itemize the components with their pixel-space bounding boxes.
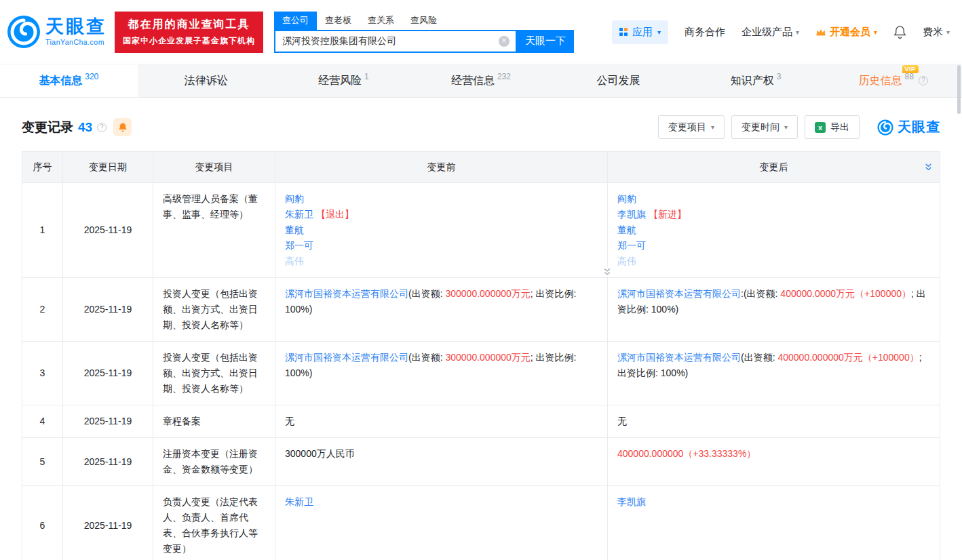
enterprise-products-label: 企业级产品: [742, 26, 792, 39]
filter-change-item-dropdown[interactable]: 变更项目 ▾: [658, 115, 725, 139]
enterprise-products-menu[interactable]: 企业级产品 ▾: [742, 26, 799, 39]
cell-line: 漯河市国裕资本运营有限公司(出资额: 300000.000000万元; 出资比例…: [285, 286, 598, 317]
change-record-table-wrap: 序号 变更日期 变更项目 变更前 变更后: [22, 151, 940, 560]
entity-link[interactable]: 朱新卫: [285, 209, 313, 220]
change-row-5: 52025-11-19注册资本变更（注册资金、资金数额等变更）300000万人民…: [22, 438, 940, 486]
main-content: 变更记录 43 ? 变更项目 ▾ 变更时间 ▾ x: [0, 98, 962, 560]
cell-text: 无: [285, 416, 294, 426]
notifications-bell-icon[interactable]: [893, 25, 906, 39]
main-tab-1[interactable]: 法律诉讼: [138, 64, 275, 97]
entity-link[interactable]: 朱新卫: [285, 496, 313, 507]
search-tabs: 查公司查老板查关系查风险: [274, 12, 574, 30]
search-button[interactable]: 天眼一下: [517, 30, 574, 53]
main-tab-label: 经营风险: [318, 74, 362, 88]
entity-link[interactable]: 漯河市国裕资本运营有限公司: [617, 352, 741, 363]
main-tab-4[interactable]: 公司发展: [550, 64, 687, 97]
main-tab-2[interactable]: 经营风险1: [275, 64, 412, 97]
scrollbar[interactable]: [957, 65, 961, 114]
filter-change-time-dropdown[interactable]: 变更时间 ▾: [731, 115, 798, 139]
search-row: × 天眼一下: [274, 30, 574, 53]
clear-search-icon[interactable]: ×: [499, 36, 509, 47]
export-button[interactable]: x 导出: [805, 115, 860, 139]
user-menu[interactable]: 费米 ▾: [923, 26, 950, 39]
tianyancha-logo[interactable]: 天眼查 TianYanCha.com: [7, 15, 107, 49]
main-tab-count: 88: [905, 72, 914, 81]
banner-line1: 都在用的商业查询工具: [123, 18, 255, 32]
main-tab-label: 经营信息: [451, 74, 495, 88]
change-record-table: 序号 变更日期 变更项目 变更前 变更后: [22, 151, 940, 560]
cell-text: 300000.000000万元: [445, 288, 530, 299]
main-tab-3[interactable]: 经营信息232: [412, 64, 550, 97]
search-tab-0[interactable]: 查公司: [274, 12, 317, 30]
entity-link[interactable]: 阎豹: [285, 193, 304, 204]
entity-link[interactable]: 高伟: [617, 256, 636, 266]
row-no: 6: [22, 486, 63, 560]
before-cell: 300000万人民币: [275, 438, 608, 486]
entity-link[interactable]: 郑一可: [285, 240, 313, 251]
chevron-down-icon: ▾: [711, 123, 714, 131]
business-cooperation-link[interactable]: 商务合作: [685, 26, 725, 39]
entity-link[interactable]: 董航: [617, 224, 636, 235]
search-tab-1[interactable]: 查老板: [317, 12, 360, 30]
entity-link[interactable]: 李凯旗: [617, 496, 646, 507]
cell-line: 阎豹: [285, 191, 598, 207]
section-head: 变更记录 43 ? 变更项目 ▾ 变更时间 ▾ x: [22, 98, 940, 151]
help-icon[interactable]: ?: [97, 123, 107, 132]
entity-link[interactable]: 漯河市国裕资本运营有限公司: [285, 352, 408, 363]
cell-line: 无: [617, 414, 930, 429]
change-row-4: 42025-11-19章程备案无无: [22, 405, 940, 438]
change-item: 负责人变更（法定代表人、负责人、首席代表、合伙事务执行人等变更）: [153, 486, 275, 560]
entity-link[interactable]: 漯河市国裕资本运营有限公司: [617, 288, 741, 299]
cell-line: 无: [285, 414, 598, 429]
excel-icon: x: [815, 122, 826, 133]
entity-link[interactable]: 高伟: [285, 256, 304, 266]
header-after: 变更后: [608, 152, 940, 183]
section-controls: 变更项目 ▾ 变更时间 ▾ x 导出 天眼查: [658, 115, 940, 139]
change-row-3: 32025-11-19投资人变更（包括出资额、出资方式、出资日期、投资人名称等）…: [22, 342, 940, 405]
table-header-row: 序号 变更日期 变更项目 变更前 变更后: [22, 152, 940, 183]
after-cell: 漯河市国裕资本运营有限公司:(出资额: 400000.0000万元（+10000…: [608, 278, 940, 342]
vip-membership-menu[interactable]: 开通会员 ▾: [815, 26, 877, 39]
chevron-down-icon: ▾: [874, 28, 877, 36]
before-cell: 无: [275, 405, 608, 438]
row-no: 5: [22, 438, 63, 486]
subscribe-bell-button[interactable]: [113, 118, 132, 136]
entity-link[interactable]: 漯河市国裕资本运营有限公司: [285, 288, 408, 299]
apps-menu[interactable]: 应用 ▾: [612, 20, 668, 44]
cell-line: 300000万人民币: [285, 446, 598, 462]
search-box: ×: [274, 30, 517, 53]
before-cell: 阎豹朱新卫 【退出】董航郑一可高伟: [275, 183, 608, 278]
main-tab-0[interactable]: 基本信息320: [0, 64, 138, 97]
row-no: 4: [22, 405, 63, 438]
search-input[interactable]: [275, 36, 499, 47]
help-icon[interactable]: ?: [919, 76, 928, 85]
tianyancha-watermark: 天眼查: [877, 118, 940, 136]
search-tab-3[interactable]: 查风险: [402, 12, 445, 30]
main-tab-6[interactable]: 历史信息VIP88?: [824, 64, 962, 97]
top-header: 天眼查 TianYanCha.com 都在用的商业查询工具 国家中小企业发展子基…: [0, 0, 962, 64]
after-cell: 漯河市国裕资本运营有限公司(出资额: 400000.000000万元（+1000…: [608, 342, 940, 405]
chevron-down-icon: ▾: [784, 123, 788, 131]
top-right-nav: 应用 ▾ 商务合作 企业级产品 ▾ 开通会员 ▾ 费米: [612, 20, 950, 44]
cell-line: 朱新卫: [285, 494, 598, 510]
bell-icon: [118, 122, 128, 133]
main-tab-5[interactable]: 知识产权3: [687, 64, 825, 97]
cell-text: 【新进】: [646, 209, 687, 220]
entity-link[interactable]: 郑一可: [617, 240, 646, 251]
change-date: 2025-11-19: [63, 278, 153, 342]
change-date: 2025-11-19: [63, 405, 153, 438]
search-tab-2[interactable]: 查关系: [360, 12, 402, 30]
user-name: 费米: [923, 26, 943, 39]
cell-text: (出资额:: [408, 288, 445, 299]
entity-link[interactable]: 李凯旗: [617, 209, 646, 220]
brand-name: 天眼查: [45, 18, 107, 36]
main-tab-label: 历史信息VIP: [859, 74, 902, 88]
row-no: 2: [22, 278, 63, 342]
entity-link[interactable]: 董航: [285, 224, 304, 235]
entity-link[interactable]: 阎豹: [617, 193, 636, 204]
main-tab-count: 1: [364, 72, 369, 81]
cell-line: 郑一可: [617, 238, 930, 254]
cell-line: 400000.000000（+33.33333%）: [617, 446, 930, 462]
main-tab-label: 公司发展: [597, 74, 640, 88]
collapse-all-icon[interactable]: [924, 163, 933, 172]
